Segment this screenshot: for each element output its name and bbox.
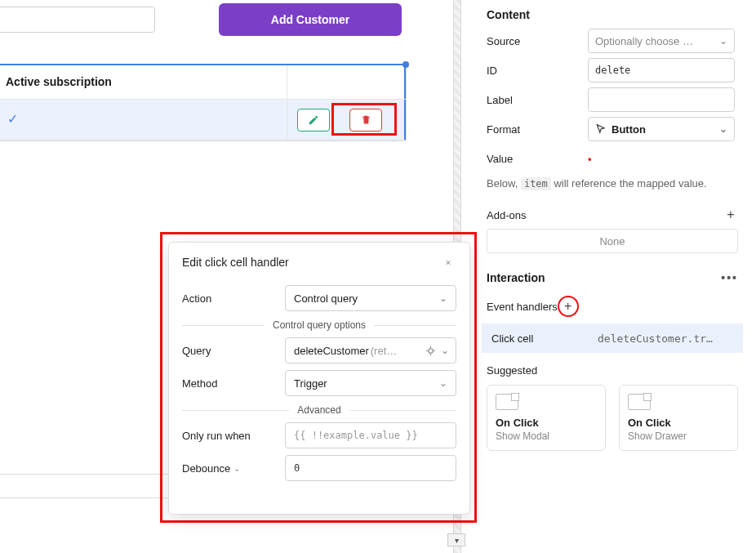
column-header-actions[interactable]: [287, 65, 406, 99]
suggested-title: On Click: [496, 417, 597, 429]
suggested-label: Suggested: [487, 364, 537, 377]
addons-empty: None: [487, 229, 738, 253]
query-suffix: (ret…: [371, 345, 398, 357]
chevron-down-icon: ⌄: [719, 35, 727, 47]
plus-icon: +: [564, 299, 571, 314]
collapse-panel-button[interactable]: ▾: [447, 533, 465, 546]
label-label: Label: [487, 94, 588, 106]
value-error-indicator: •: [588, 153, 592, 165]
event-handler-event: Click cell: [491, 332, 581, 345]
cell-actions: [287, 100, 406, 140]
options-divider-label: Control query options: [273, 319, 366, 331]
inspector-panel: Content Source Optionally choose … ⌄ ID …: [482, 0, 743, 553]
action-select[interactable]: Control query ⌄: [285, 285, 456, 311]
debounce-input[interactable]: 0: [285, 455, 456, 481]
add-event-handler-button[interactable]: +: [561, 299, 576, 314]
close-popover-button[interactable]: [440, 254, 456, 270]
check-icon: ✓: [7, 112, 18, 126]
query-select[interactable]: deleteCustomer (ret… ⌄: [285, 337, 456, 363]
suggested-subtitle: Show Modal: [496, 430, 597, 442]
plus-icon: +: [727, 207, 734, 222]
chevron-down-icon: ⌄: [719, 123, 727, 135]
chevron-down-icon: ▾: [455, 536, 459, 545]
target-icon[interactable]: [425, 346, 436, 356]
id-input[interactable]: delete: [588, 58, 735, 83]
addons-label: Add-ons: [487, 209, 526, 221]
only-run-placeholder: {{ !!example.value }}: [294, 430, 418, 441]
table-row[interactable]: ✓: [0, 100, 406, 140]
label-source: Source: [487, 35, 588, 47]
label-input[interactable]: [588, 87, 735, 112]
format-value: Button: [611, 123, 646, 136]
suggested-title: On Click: [628, 417, 729, 429]
cell-active-subscription: ✓: [0, 100, 287, 140]
only-run-when-input[interactable]: {{ !!example.value }}: [285, 422, 456, 448]
id-value: delete: [595, 65, 630, 76]
label-only-run-when: Only run when: [182, 430, 285, 442]
cursor-icon: [595, 123, 607, 135]
label-query: Query: [182, 345, 285, 357]
label-action: Action: [182, 292, 285, 305]
chevron-down-icon: ⌄: [439, 292, 447, 304]
label-format: Format: [487, 123, 588, 136]
chevron-down-icon[interactable]: ⌄: [233, 464, 240, 473]
edit-handler-popover: Edit click cell handler Action Control q…: [168, 242, 470, 515]
event-handler-value: deleteCustomer.tr…: [598, 332, 713, 345]
chevron-down-icon: ⌄: [439, 377, 447, 389]
suggested-show-modal[interactable]: On Click Show Modal: [487, 385, 606, 451]
data-table[interactable]: Active subscription ✓: [0, 64, 407, 141]
suggested-show-drawer[interactable]: On Click Show Drawer: [619, 385, 738, 451]
search-input[interactable]: [0, 7, 155, 33]
action-value: Control query: [294, 292, 358, 305]
helper-text: Below, item will reference the mapped va…: [482, 173, 743, 199]
method-value: Trigger: [294, 377, 327, 390]
label-debounce: Debounce: [182, 462, 230, 475]
add-customer-label: Add Customer: [271, 13, 349, 26]
table-header-row: Active subscription: [0, 65, 406, 100]
suggested-subtitle: Show Drawer: [628, 430, 729, 442]
advanced-divider-label: Advanced: [297, 404, 340, 416]
event-handler-item[interactable]: Click cell deleteCustomer.tr…: [482, 323, 743, 353]
popover-title: Edit click cell handler: [182, 256, 289, 269]
label-id: ID: [487, 65, 588, 77]
query-value: deleteCustomer: [294, 345, 369, 357]
helper-code: item: [521, 177, 551, 190]
chevron-down-icon: ⌄: [441, 345, 449, 356]
source-placeholder: Optionally choose …: [595, 35, 693, 47]
annotation-highlight-trash: [331, 103, 397, 136]
event-handlers-label: Event handlers: [487, 301, 558, 313]
debounce-value: 0: [294, 462, 300, 474]
source-select[interactable]: Optionally choose … ⌄: [588, 29, 735, 53]
format-select[interactable]: Button ⌄: [588, 117, 735, 141]
close-icon: [445, 257, 451, 268]
interaction-menu-button[interactable]: •••: [721, 271, 738, 284]
selection-handle[interactable]: [402, 61, 409, 68]
section-content-title: Content: [482, 0, 743, 26]
edit-row-button[interactable]: [297, 109, 330, 132]
svg-point-0: [429, 348, 433, 352]
kebab-icon: •••: [721, 271, 738, 284]
method-select[interactable]: Trigger ⌄: [285, 370, 456, 396]
add-customer-button[interactable]: Add Customer: [219, 3, 402, 36]
pencil-icon: [308, 114, 319, 126]
annotation-highlight-add-handler: +: [558, 296, 579, 317]
section-interaction-title: Interaction: [487, 271, 545, 284]
label-value: Value: [487, 153, 588, 165]
add-addon-button[interactable]: +: [723, 207, 738, 222]
column-header-active-subscription[interactable]: Active subscription: [0, 65, 287, 99]
label-method: Method: [182, 377, 285, 390]
modal-icon: [496, 394, 518, 410]
drawer-icon: [628, 394, 651, 410]
